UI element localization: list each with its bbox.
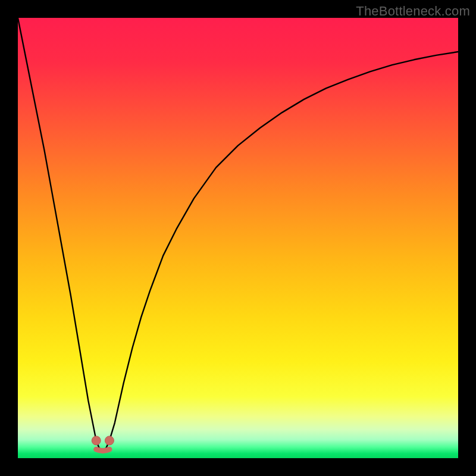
watermark-text: TheBottleneck.com xyxy=(356,4,470,19)
valley-connector xyxy=(96,449,109,451)
bottleneck-curve xyxy=(18,18,458,449)
plot-area xyxy=(18,18,458,458)
chart-curves xyxy=(18,18,458,458)
curve-marker-right xyxy=(105,436,114,445)
curve-marker-left xyxy=(92,436,101,445)
chart-frame: TheBottleneck.com xyxy=(0,0,476,476)
